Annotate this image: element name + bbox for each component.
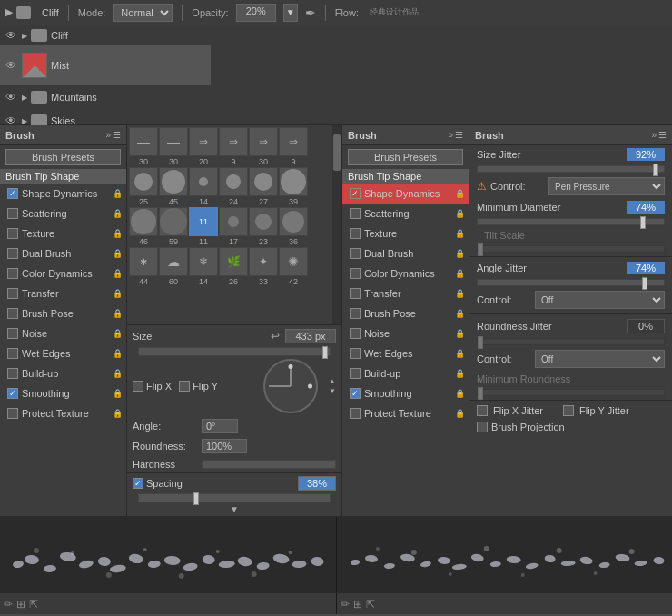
left-brush-item-5[interactable]: Transfer🔒 xyxy=(0,283,126,303)
left-brush-checkbox-3[interactable] xyxy=(7,248,18,259)
size-jitter-value[interactable]: 92% xyxy=(627,148,665,161)
brush-cell[interactable]: 🌿 xyxy=(219,247,248,276)
angle-control-select[interactable]: Off xyxy=(535,291,665,309)
brush-cell[interactable]: ⇒ xyxy=(279,127,308,156)
min-diam-slider[interactable] xyxy=(477,218,665,225)
flip-y-jitter-checkbox[interactable] xyxy=(563,405,574,416)
down-arrow-icon[interactable]: ▼ xyxy=(329,387,336,395)
right-brush-item-4[interactable]: Color Dynamics🔒 xyxy=(342,263,469,283)
left-brush-checkbox-11[interactable] xyxy=(7,408,18,419)
flip-x-checkbox[interactable] xyxy=(133,381,143,392)
arrow-icon[interactable]: ▶ xyxy=(5,6,13,18)
brush-cell-selected[interactable]: 11 xyxy=(189,207,218,236)
angle-arrows[interactable]: ▲ ▼ xyxy=(329,377,336,395)
right-tip-shape-header[interactable]: Brush Tip Shape xyxy=(342,169,469,184)
min-roundness-thumb[interactable] xyxy=(478,387,483,400)
flip-x-jitter-checkbox[interactable] xyxy=(477,405,488,416)
right-brush-item-2[interactable]: Texture🔒 xyxy=(342,224,469,243)
layer-row-cliff[interactable]: 👁 ▶ Cliff xyxy=(0,25,211,45)
brush-grid-scrollbar[interactable] xyxy=(332,125,341,324)
min-diam-value[interactable]: 74% xyxy=(627,201,665,214)
left-brush-presets-btn[interactable]: Brush Presets xyxy=(5,149,121,165)
folder-icon[interactable] xyxy=(16,6,31,19)
brush-projection-checkbox[interactable] xyxy=(477,422,488,432)
layer-eye-cliff[interactable]: 👁 xyxy=(4,28,18,43)
size-jitter-thumb[interactable] xyxy=(653,164,658,176)
flip-y-checkbox[interactable] xyxy=(179,381,190,392)
brush-cell[interactable]: ✱ xyxy=(129,247,158,276)
brush-cell[interactable] xyxy=(159,207,188,236)
left-brush-item-4[interactable]: Color Dynamics🔒 xyxy=(0,263,126,283)
right-brush-checkbox-5[interactable] xyxy=(350,288,361,299)
left-brush-item-11[interactable]: Protect Texture🔒 xyxy=(0,403,126,423)
flip-y-check[interactable]: Flip Y xyxy=(179,381,218,392)
hardness-slider[interactable] xyxy=(202,460,336,469)
left-brush-item-2[interactable]: Texture🔒 xyxy=(0,224,126,243)
spacing-value[interactable]: 38% xyxy=(298,476,336,491)
right-brush-item-0[interactable]: ✓Shape Dynamics🔒 xyxy=(342,184,469,204)
spacing-slider-thumb[interactable] xyxy=(193,492,199,505)
right-brush-checkbox-4[interactable] xyxy=(350,268,361,279)
min-roundness-slider[interactable] xyxy=(477,389,665,396)
right-brush-checkbox-7[interactable] xyxy=(350,328,361,339)
brush-cell[interactable] xyxy=(129,207,158,236)
airbrush-icon[interactable]: ✒ xyxy=(305,5,316,20)
right-brush-checkbox-10[interactable]: ✓ xyxy=(350,388,361,399)
left-brush-checkbox-10[interactable]: ✓ xyxy=(7,388,18,399)
angle-jitter-value[interactable]: 74% xyxy=(627,262,665,274)
grid-icon-left[interactable]: ⊞ xyxy=(16,598,25,611)
roundness-jitter-value[interactable]: 0% xyxy=(627,319,665,333)
left-brush-item-0[interactable]: ✓Shape Dynamics🔒 xyxy=(0,184,126,204)
brush-cell[interactable] xyxy=(129,167,158,196)
layer-eye-mist[interactable]: 👁 xyxy=(4,58,18,73)
left-brush-item-6[interactable]: Brush Pose🔒 xyxy=(0,303,126,323)
shape-expand-icon[interactable]: » xyxy=(651,130,657,140)
brush-cell[interactable]: ✦ xyxy=(249,247,278,276)
brush-cell[interactable]: — xyxy=(129,127,158,156)
right-brush-item-7[interactable]: Noise🔒 xyxy=(342,323,469,343)
tilt-scale-slider[interactable] xyxy=(477,245,665,253)
spacing-check-box[interactable]: ✓ xyxy=(133,478,143,489)
left-brush-checkbox-6[interactable] xyxy=(7,308,18,319)
left-brush-checkbox-7[interactable] xyxy=(7,328,18,339)
right-expand-icon[interactable]: » xyxy=(448,130,453,140)
opacity-arrow[interactable]: ▼ xyxy=(283,4,298,22)
angle-value[interactable]: 0° xyxy=(202,419,238,433)
angle-jitter-thumb[interactable] xyxy=(642,277,647,290)
right-brush-checkbox-8[interactable] xyxy=(350,348,361,359)
roundness-jitter-slider[interactable] xyxy=(477,338,665,345)
right-brush-checkbox-2[interactable] xyxy=(350,228,361,239)
left-brush-item-8[interactable]: Wet Edges🔒 xyxy=(0,343,126,363)
edit-icon-left[interactable]: ✏ xyxy=(4,598,13,611)
layer-eye-mountains[interactable]: 👁 xyxy=(4,90,18,104)
left-brush-checkbox-2[interactable] xyxy=(7,228,18,239)
right-brush-presets-btn[interactable]: Brush Presets xyxy=(348,149,463,165)
brush-cell[interactable]: ⇒ xyxy=(189,127,218,156)
spacing-slider[interactable] xyxy=(138,493,331,502)
brush-cell[interactable] xyxy=(279,207,308,236)
arrow-icon-left[interactable]: ⇱ xyxy=(29,598,38,611)
left-brush-checkbox-1[interactable] xyxy=(7,208,18,219)
right-brush-checkbox-0[interactable]: ✓ xyxy=(350,188,361,199)
control-select[interactable]: Pen Pressure xyxy=(548,177,665,195)
left-brush-item-9[interactable]: Build-up🔒 xyxy=(0,363,126,383)
scroll-thumb[interactable] xyxy=(333,134,341,171)
grid-icon-right[interactable]: ⊞ xyxy=(353,598,362,611)
right-brush-item-5[interactable]: Transfer🔒 xyxy=(342,283,469,303)
size-slider[interactable] xyxy=(138,347,331,356)
brush-cell[interactable]: ❄ xyxy=(189,247,218,276)
layer-row-mist[interactable]: 👁 Mist xyxy=(0,45,211,85)
tilt-scale-thumb[interactable] xyxy=(478,243,483,256)
left-brush-item-10[interactable]: ✓Smoothing🔒 xyxy=(0,383,126,403)
right-brush-checkbox-6[interactable] xyxy=(350,308,361,319)
angle-circle[interactable] xyxy=(263,359,318,413)
right-brush-item-1[interactable]: Scattering🔒 xyxy=(342,204,469,224)
brush-cell[interactable] xyxy=(189,167,218,196)
right-brush-checkbox-3[interactable] xyxy=(350,248,361,259)
left-brush-item-3[interactable]: Dual Brush🔒 xyxy=(0,243,126,263)
brush-cell[interactable] xyxy=(249,207,278,236)
brush-cell[interactable] xyxy=(219,167,248,196)
layer-row-mountains[interactable]: 👁 ▶ Mountains xyxy=(0,85,211,109)
right-brush-item-11[interactable]: Protect Texture🔒 xyxy=(342,403,469,423)
up-arrow-icon[interactable]: ▲ xyxy=(329,377,336,385)
